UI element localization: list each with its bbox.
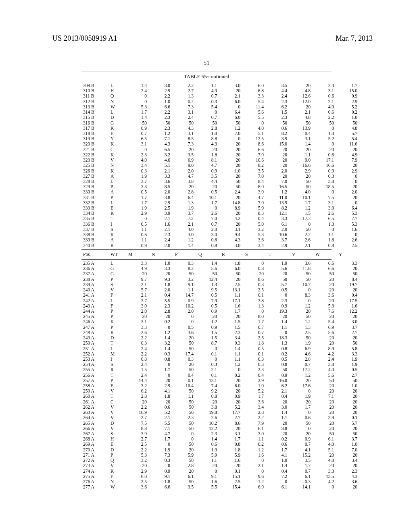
cell-value: 2.7 xyxy=(219,415,243,420)
cell-value: 0.7 xyxy=(243,325,266,330)
table-row: 312 BN01.00.20.36.05.42.312.02.12.9 xyxy=(81,99,360,104)
cell-value: 17.6 xyxy=(290,383,313,389)
cell-value: 20 xyxy=(290,104,313,110)
col-p: P xyxy=(173,251,196,258)
cell-value: 50 xyxy=(173,421,196,426)
cell-value: 2.5 xyxy=(243,335,266,341)
cell-value: 6.6 xyxy=(243,147,266,152)
cell-value: 2.7 xyxy=(126,298,149,303)
cell-wt: K xyxy=(108,469,126,474)
cell-value: 1.1 xyxy=(219,351,243,357)
cell-value: 3.8 xyxy=(149,195,173,200)
cell-value: 0 xyxy=(196,346,219,351)
cell-value: 20 xyxy=(336,266,360,271)
cell-value: 3.1 xyxy=(313,88,336,94)
cell-value: 3.4 xyxy=(219,335,243,341)
cell-value: 9.4 xyxy=(219,232,243,237)
cell-value: 0 xyxy=(336,232,360,237)
cell-wt: G xyxy=(108,121,126,126)
cell-value: 3.2 xyxy=(173,277,196,282)
cell-value: 13.1 xyxy=(219,287,243,293)
cell-wt: I xyxy=(108,200,126,206)
cell-value: 20 xyxy=(219,158,243,163)
table-row: 252 AM2.20.317.40.11.10.10.24.64.23.3 xyxy=(81,351,360,357)
cell-value: 0.8 xyxy=(196,243,219,248)
cell-value: 14.4 xyxy=(126,378,149,383)
cell-value: 3.7 xyxy=(266,237,290,243)
cell-value: 12.2 xyxy=(336,309,360,314)
cell-value: 0.8 xyxy=(196,394,219,399)
cell-value: 5.6 xyxy=(196,266,219,271)
cell-value: 6.0 xyxy=(219,115,243,120)
cell-value: 6.6 xyxy=(149,484,173,490)
cell-value: 20 xyxy=(173,447,196,453)
table-row: 260 AT2.81.81.10.80.91.70.41.97.120 xyxy=(81,394,360,399)
table-row: 256 AT2.400.40.10.20.40.91.25.62.7 xyxy=(81,373,360,378)
cell-value: 2.5 xyxy=(219,479,243,484)
cell-value: 0.4 xyxy=(266,394,290,399)
cell-value: 1.1 xyxy=(266,325,290,330)
cell-value: 0.5 xyxy=(336,367,360,372)
cell-value: 9.0 xyxy=(173,163,196,168)
cell-value: 9.7 xyxy=(126,277,149,282)
cell-value: 2.1 xyxy=(243,463,266,468)
cell-value: 20 xyxy=(219,463,243,468)
cell-value: 1.8 xyxy=(149,394,173,399)
cell-value: 0.6 xyxy=(290,415,313,420)
cell-value: 2.4 xyxy=(266,94,290,99)
cell-value: 0 xyxy=(126,99,149,104)
table-row: 255 AR1.51.7502.102.35017.24.00.5 xyxy=(81,367,360,372)
cell-value: 0.1 xyxy=(196,351,219,357)
cell-value: 0 xyxy=(196,206,219,211)
cell-value: 8.2 xyxy=(266,206,290,211)
cell-value: 11.4 xyxy=(243,104,266,110)
cell-value: 5.5 xyxy=(149,421,173,426)
cell-value: 50 xyxy=(173,367,196,372)
cell-pos: 309 B xyxy=(81,83,108,88)
cell-value: 0.8 xyxy=(266,362,290,367)
cell-value: 3.4 xyxy=(243,405,266,410)
cell-value: 3.1 xyxy=(173,110,196,115)
cell-value: 4.1 xyxy=(266,453,290,458)
cell-value: 8.2 xyxy=(266,131,290,136)
cell-wt: L xyxy=(108,110,126,115)
cell-value: 12.6 xyxy=(290,94,313,99)
cell-value: 3.2 xyxy=(149,152,173,158)
cell-value: 20 xyxy=(173,335,196,341)
col-t: T xyxy=(266,251,290,258)
cell-value: 3.0 xyxy=(266,405,290,410)
cell-value: 5.4 xyxy=(313,319,336,324)
cell-value: 5.9 xyxy=(173,453,196,458)
cell-pos: 333 B xyxy=(81,206,108,211)
cell-value: 2.0 xyxy=(173,309,196,314)
cell-value: 0 xyxy=(243,458,266,463)
cell-value: 1.6 xyxy=(336,303,360,309)
cell-value: 9.0 xyxy=(290,158,313,163)
cell-value: 1.2 xyxy=(173,237,196,243)
cell-value: 0.6 xyxy=(149,405,173,410)
cell-value: 3.3 xyxy=(149,174,173,179)
cell-value: 20 xyxy=(219,174,243,179)
cell-value: 3.3 xyxy=(126,325,149,330)
cell-wt: V xyxy=(108,405,126,410)
col-v: V xyxy=(290,251,313,258)
cell-value: 20 xyxy=(266,163,290,168)
cell-wt: W xyxy=(108,104,126,110)
cell-value: 20 xyxy=(266,431,290,436)
table-row: 322 BK2.33.23.51.8207.9201.10.64.9 xyxy=(81,152,360,158)
cell-value: 1.1 xyxy=(313,232,336,237)
cell-value: 3.1 xyxy=(173,131,196,136)
cell-value: 6.1 xyxy=(266,484,290,490)
cell-value: 15.2 xyxy=(290,453,313,458)
cell-value: 50 xyxy=(173,389,196,394)
col-y: Y xyxy=(336,251,360,258)
cell-value: 4.7 xyxy=(173,174,196,179)
cell-value: 0.8 xyxy=(243,266,266,271)
cell-value: 1.6 xyxy=(149,222,173,227)
cell-value: 1.3 xyxy=(266,341,290,346)
cell-value: 0 xyxy=(313,227,336,232)
cell-value: 9.5 xyxy=(196,287,219,293)
cell-value: 1.7 xyxy=(126,200,149,206)
cell-value: 1.9 xyxy=(196,447,219,453)
col-s: S xyxy=(243,251,266,258)
